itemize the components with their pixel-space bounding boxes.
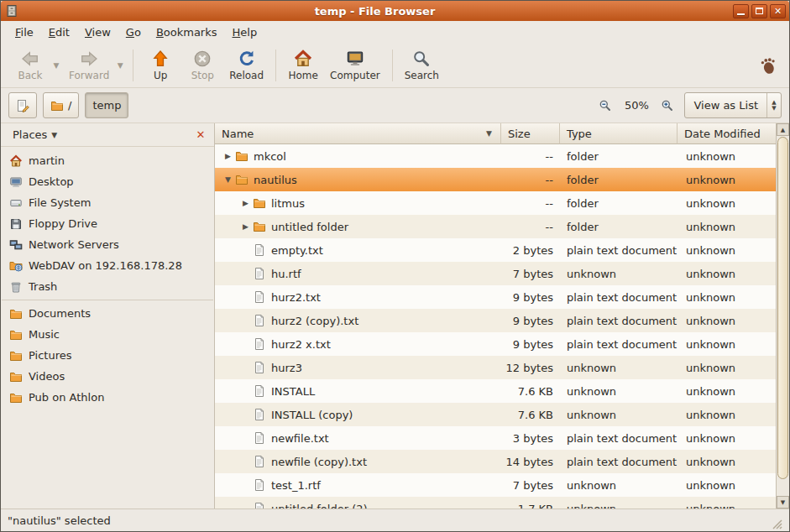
forward-dropdown-button[interactable]: ▼ <box>115 45 125 86</box>
sidebar-item-pub-on-athlon[interactable]: Pub on Athlon <box>1 387 214 408</box>
table-row[interactable]: hurz2 x.txt9 bytesplain text documentunk… <box>215 332 776 356</box>
places-sidebar: Places ▼ ✕ martinDesktopFile SystemFlopp… <box>1 123 215 509</box>
menu-help[interactable]: Help <box>225 23 265 42</box>
folder-icon <box>253 196 266 210</box>
sidebar-item-network-servers[interactable]: Network Servers <box>1 234 214 255</box>
table-row[interactable]: hurz312 bytesunknownunknown <box>215 356 776 379</box>
file-icon <box>253 408 266 421</box>
file-icon <box>253 290 266 304</box>
table-row[interactable]: hurz2.txt9 bytesplain text documentunkno… <box>215 285 776 309</box>
sort-arrow-icon: ▼ <box>486 129 494 138</box>
cell-date-modified: unknown <box>678 332 776 356</box>
table-row[interactable]: ▶litmus--folderunknown <box>215 191 776 215</box>
sidebar-item-music[interactable]: Music <box>1 324 214 345</box>
expander-expanded-icon[interactable]: ▼ <box>221 175 235 184</box>
zoom-level: 50% <box>622 99 651 112</box>
scrollbar-thumb[interactable] <box>777 137 788 479</box>
cell-date-modified: unknown <box>678 450 776 473</box>
combo-stepper-icons[interactable]: ▲▼ <box>767 100 781 112</box>
view-mode-label: View as List <box>685 99 766 112</box>
computer-label: Computer <box>330 70 380 81</box>
edit-location-button[interactable] <box>8 92 37 118</box>
sidebar-item-pictures[interactable]: Pictures <box>1 345 214 366</box>
sidebar-item-documents[interactable]: Documents <box>1 303 214 324</box>
back-button[interactable]: Back <box>9 45 51 86</box>
close-button[interactable]: ✕ <box>770 4 786 18</box>
places-dropdown[interactable]: Places ▼ <box>7 126 63 143</box>
window-icon[interactable] <box>4 3 19 18</box>
table-row[interactable]: INSTALL7.6 KBunknownunknown <box>215 379 776 403</box>
column-header-name[interactable]: Name ▼ <box>215 123 501 144</box>
sidebar-item-label: File System <box>29 196 91 209</box>
view-mode-combo[interactable]: View as List ▲▼ <box>684 92 782 118</box>
sidebar-item-file-system[interactable]: File System <box>1 192 214 213</box>
zoom-in-button[interactable] <box>657 95 678 117</box>
menu-go[interactable]: Go <box>118 23 149 42</box>
sidebar-item-label: Videos <box>29 370 65 383</box>
minimize-button[interactable] <box>733 4 749 18</box>
expander-collapsed-icon[interactable]: ▶ <box>238 199 253 207</box>
table-row[interactable]: newfile.txt3 bytesplain text documentunk… <box>215 426 776 450</box>
menu-file[interactable]: File <box>8 23 41 42</box>
sidebar-item-webdav-on-192-168-178-28[interactable]: WebDAV on 192.168.178.28 <box>1 255 214 276</box>
file-name: test_1.rtf <box>271 479 321 492</box>
sidebar-item-trash[interactable]: Trash <box>1 276 214 297</box>
computer-button[interactable]: Computer <box>324 45 386 86</box>
table-row[interactable]: untitled folder (2)1.7 KBunknownunknown <box>215 497 776 509</box>
stop-button[interactable]: Stop <box>181 45 223 86</box>
cell-date-modified: unknown <box>678 356 776 379</box>
folder-icon <box>50 99 64 112</box>
menu-bookmarks[interactable]: Bookmarks <box>149 23 225 42</box>
column-header-type[interactable]: Type <box>560 123 678 144</box>
zoom-out-button[interactable] <box>594 95 616 117</box>
sidebar-item-floppy-drive[interactable]: Floppy Drive <box>1 213 214 234</box>
table-row[interactable]: hurz2 (copy).txt9 bytesplain text docume… <box>215 309 776 332</box>
scroll-down-icon[interactable]: ▼ <box>777 496 789 509</box>
table-row[interactable]: INSTALL (copy)7.6 KBunknownunknown <box>215 403 776 426</box>
sidebar-item-videos[interactable]: Videos <box>1 366 214 387</box>
back-dropdown-button[interactable]: ▼ <box>51 45 61 86</box>
scrollbar-track[interactable] <box>777 136 789 496</box>
cell-date-modified: unknown <box>678 144 776 168</box>
table-row[interactable]: empty.txt2 bytesplain text documentunkno… <box>215 238 776 262</box>
cell-name: untitled folder (2) <box>215 497 501 509</box>
path-button-root[interactable]: / <box>43 92 79 118</box>
menu-view[interactable]: View <box>77 23 118 42</box>
path-root-label: / <box>68 99 71 112</box>
menu-edit[interactable]: Edit <box>41 23 77 42</box>
table-row[interactable]: test_1.rtf7 bytesunknownunknown <box>215 473 776 497</box>
reload-icon <box>238 50 256 68</box>
file-list-rows: ▶mkcol--folderunknown▼nautilus--folderun… <box>215 144 776 509</box>
column-header-size[interactable]: Size <box>501 123 560 144</box>
webdav-icon <box>9 259 23 273</box>
cell-date-modified: unknown <box>678 238 776 262</box>
vertical-scrollbar[interactable]: ▲ ▼ <box>776 123 789 509</box>
search-button[interactable]: Search <box>399 45 445 86</box>
sidebar-item-martin[interactable]: martin <box>1 150 214 171</box>
home-button[interactable]: Home <box>282 45 324 86</box>
table-row[interactable]: ▶mkcol--folderunknown <box>215 144 776 168</box>
table-row[interactable]: ▶untitled folder--folderunknown <box>215 215 776 238</box>
resize-grip[interactable] <box>771 518 782 529</box>
cell-date-modified: unknown <box>678 262 776 285</box>
column-header-date-modified[interactable]: Date Modified <box>678 123 776 144</box>
scroll-up-icon[interactable]: ▲ <box>777 123 789 136</box>
table-row[interactable]: ▼nautilus--folderunknown <box>215 168 776 191</box>
maximize-button[interactable] <box>751 4 767 18</box>
drive-icon <box>9 196 23 210</box>
cell-size: 3 bytes <box>501 426 560 450</box>
statusbar: "nautilus" selected <box>1 509 789 531</box>
table-row[interactable]: hu.rtf7 bytesunknownunknown <box>215 262 776 285</box>
expander-collapsed-icon[interactable]: ▶ <box>238 222 253 231</box>
forward-button[interactable]: Forward <box>63 45 115 86</box>
expander-collapsed-icon[interactable]: ▶ <box>221 152 235 160</box>
path-button-current[interactable]: temp <box>85 92 128 118</box>
file-name: INSTALL <box>271 385 315 398</box>
search-label: Search <box>405 70 439 81</box>
sidebar-item-desktop[interactable]: Desktop <box>1 171 214 192</box>
reload-button[interactable]: Reload <box>223 45 269 86</box>
up-button[interactable]: Up <box>139 45 181 86</box>
table-row[interactable]: newfile (copy).txt14 bytesplain text doc… <box>215 450 776 473</box>
sidebar-close-button[interactable]: ✕ <box>193 128 208 143</box>
location-bar: / temp 50% View as List ▲▼ <box>1 88 789 123</box>
